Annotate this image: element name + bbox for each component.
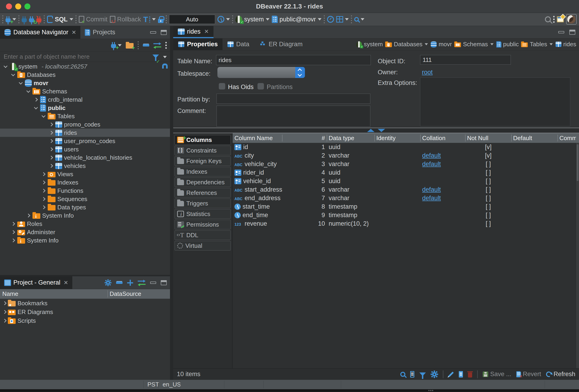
object-tab-triggers[interactable]: Triggers [175,199,231,208]
vertical-scrollbar[interactable] [576,143,579,368]
collation-link[interactable]: default [422,195,441,202]
breadcrumb-system[interactable]: system [356,41,383,48]
tree-item-rides[interactable]: rides [0,129,170,137]
grid-row-end_time[interactable]: end_time9timestamp[ ] [233,211,579,220]
tree-item-system[interactable]: system- localhost:26257 [0,62,170,71]
chevron-right-icon[interactable] [49,123,53,126]
tree-item-schemas[interactable]: Schemas [0,87,170,96]
grid-header-default[interactable]: Default [511,133,558,143]
link-with-editor-icon[interactable] [138,280,145,286]
collapse-all-icon[interactable] [143,44,149,47]
locale-indicator[interactable]: en_US [163,381,181,388]
filter-menu-caret[interactable] [163,56,167,58]
new-folder-button[interactable]: + [126,42,134,49]
chevron-right-icon[interactable] [49,164,53,168]
object-tab-virtual[interactable]: Virtual [175,241,231,251]
refresh-button[interactable]: Refresh [546,371,575,378]
edit-icon[interactable] [448,372,454,377]
breadcrumb-movr[interactable]: movr [430,41,452,48]
chevron-right-icon[interactable] [49,131,53,135]
search-metadata-button[interactable] [354,17,364,22]
collation-link[interactable]: default [422,186,441,193]
view-menu-icon[interactable] [165,42,167,49]
minimize-panel-icon[interactable] [150,31,156,34]
chevron-right-icon[interactable] [42,172,46,176]
grid-header-column-name[interactable]: Column Name [233,133,282,143]
tab-project-general[interactable]: Project - General ✕ [0,276,72,289]
tree-item-vehicles[interactable]: vehicles [0,162,170,170]
subtab-properties[interactable]: Properties [173,38,222,50]
transaction-lock-button[interactable] [158,16,163,23]
tree-item-data-types[interactable]: Data types [0,203,170,211]
collapse-all-icon[interactable] [116,281,123,284]
tree-item-functions[interactable]: Functions [0,187,170,195]
editor-tab-rides[interactable]: rides ✕ [173,26,214,38]
tree-item-movr[interactable]: movr [0,79,170,87]
chevron-down-icon[interactable] [34,106,38,110]
chevron-right-icon[interactable] [3,301,7,305]
grid-row-end_address[interactable]: end_address7varchardefault[ ] [233,194,579,202]
project-item-scripts[interactable]: Scripts [0,316,170,325]
partition-by-input[interactable] [217,94,370,104]
object-tab-references[interactable]: References [175,188,231,198]
tree-item-vehicle-location-histories[interactable]: vehicle_location_histories [0,154,170,162]
object-tab-indexes[interactable]: Indexes [175,167,231,176]
active-schema-select[interactable]: public@movr [272,16,321,23]
tab-database-navigator[interactable]: Database Navigator ✕ [0,26,80,39]
object-tab-constraints[interactable]: Constraints [175,146,231,155]
connect-button[interactable] [22,17,27,22]
close-tab-icon[interactable]: ✕ [72,29,76,36]
chevron-right-icon[interactable] [26,214,30,218]
disconnect-button[interactable]: ⟍ [36,17,41,22]
grid-row-city[interactable]: city2varchardefault[v] [233,151,579,160]
tree-item-system-info[interactable]: iSystem Info [0,236,170,245]
breadcrumb-databases[interactable]: Databases [385,41,422,48]
has-oids-checkbox[interactable] [219,83,225,90]
grid-header-data-type[interactable]: Data type [327,133,374,143]
chevron-down-icon[interactable] [550,43,553,45]
breadcrumb-rides[interactable]: rides [555,41,576,48]
collation-link[interactable]: default [422,161,441,168]
close-tab-icon[interactable]: ✕ [64,280,68,286]
chevron-down-icon[interactable] [425,43,428,45]
column-header-datasource[interactable]: DataSource [108,290,141,297]
object-tab-dependencies[interactable]: Dependencies [175,177,231,187]
filter-icon[interactable]: ✓ [152,55,159,58]
locate-object-icon[interactable] [400,372,405,377]
chevron-right-icon[interactable] [42,181,46,184]
global-search-button[interactable] [545,16,551,22]
tree-item-indexes[interactable]: Indexes [0,178,170,187]
timezone-indicator[interactable]: PST [147,381,159,388]
grid-header-identity[interactable]: Identity [374,133,420,143]
breadcrumb-public[interactable]: public [496,41,519,48]
grid-header-comment[interactable]: Comment [558,133,576,143]
tree-item-administer[interactable]: Administer [0,228,170,236]
user-avatar[interactable] [566,14,577,25]
grid-settings-icon[interactable] [432,372,437,377]
grid-filter-icon[interactable] [419,372,426,376]
reconnect-button[interactable]: ↻ [29,17,34,22]
sql-editor-button[interactable]: SQL [47,16,73,23]
chevron-down-icon[interactable] [19,81,23,85]
grid-header-collation[interactable]: Collation [420,133,465,143]
minimize-panel-icon[interactable] [150,281,156,284]
chevron-down-icon[interactable] [11,72,15,76]
object-tab-statistics[interactable]: Statistics [175,209,231,219]
grid-row-vehicle_id[interactable]: vehicle_id5uuid[ ] [233,177,579,185]
grid-row-start_address[interactable]: start_address6varchardefault[ ] [233,185,579,194]
object-tab-columns[interactable]: Columns [175,135,231,145]
bookmark-icon[interactable] [162,63,168,68]
maximize-editor-icon[interactable] [569,30,575,35]
chevron-right-icon[interactable] [42,189,46,193]
transaction-filter-button[interactable] [143,16,156,23]
rollback-button[interactable]: Rollback [110,16,141,23]
minimize-editor-icon[interactable] [558,31,564,33]
grid-row-revenue[interactable]: revenue10numeric(10, 2)[ ] [233,220,579,228]
chevron-right-icon[interactable] [11,238,15,242]
link-with-editor-icon[interactable] [153,42,161,48]
transaction-log-button[interactable] [217,16,230,23]
sync-columns-icon[interactable] [410,371,414,378]
toolbar-overflow-handle[interactable] [553,16,555,23]
save-button[interactable]: Save ... [483,371,511,378]
collation-link[interactable]: default [422,152,441,159]
